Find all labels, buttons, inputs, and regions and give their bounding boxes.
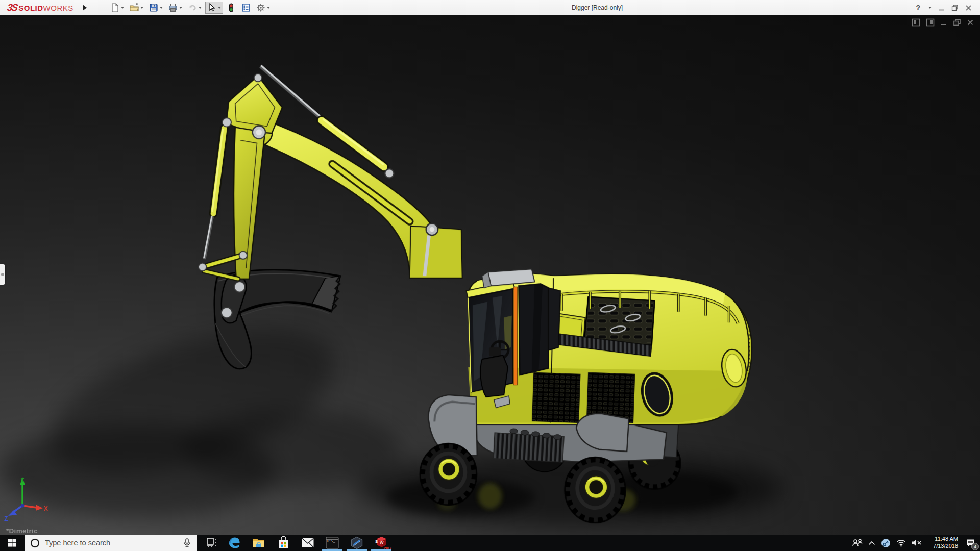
- task-view-icon: [206, 537, 217, 548]
- restore-button[interactable]: [951, 5, 959, 11]
- x-axis-arrow-icon: [36, 505, 43, 511]
- open-button[interactable]: [128, 2, 145, 14]
- solidworks-logo-works: WORKS: [43, 4, 74, 12]
- command-prompt-button[interactable]: C:\_: [320, 535, 345, 551]
- pin: [222, 307, 232, 318]
- taskbar: C:\_ S W 2017: [0, 535, 980, 551]
- boom-arm[interactable]: [199, 65, 462, 279]
- print-button[interactable]: [166, 2, 184, 14]
- file-properties-icon: [241, 3, 251, 12]
- search-input[interactable]: [45, 539, 183, 547]
- dropdown-arrow-icon: [179, 7, 182, 9]
- pane-right-icon[interactable]: [926, 18, 935, 27]
- solidworks-logo-solid: SOLID: [18, 4, 43, 12]
- dropdown-arrow-icon: [140, 7, 143, 9]
- composer-hexagon-button[interactable]: [345, 535, 369, 551]
- seat: [480, 355, 508, 397]
- new-document-icon: [110, 3, 119, 12]
- hidden-icons-chevron[interactable]: [868, 541, 875, 545]
- panel-knob-icon: [1, 273, 4, 276]
- x-axis-label: X: [44, 505, 48, 512]
- front-left-wheel[interactable]: [420, 443, 477, 505]
- dropdown-arrow-icon: [199, 7, 202, 9]
- tray-time: 11:48 AM: [927, 536, 958, 543]
- help-dropdown-arrow-icon[interactable]: [928, 7, 932, 9]
- taskbar-apps: C:\_ S W 2017: [202, 535, 394, 551]
- windows-logo-icon: [8, 539, 16, 547]
- taskbar-clock[interactable]: 11:48 AM 7/13/2018: [927, 536, 958, 550]
- sw-letter-w: W: [380, 540, 384, 545]
- minimize-button[interactable]: [938, 5, 945, 11]
- select-cursor-icon: [207, 3, 216, 12]
- save-floppy-icon: [149, 3, 158, 12]
- edge-icon: [228, 536, 241, 549]
- front-right-wheel[interactable]: [565, 457, 626, 522]
- select-button[interactable]: [205, 2, 223, 14]
- volume-muted-icon[interactable]: [912, 539, 922, 547]
- open-folder-icon: [130, 3, 139, 12]
- store-icon: [277, 536, 290, 549]
- help-button[interactable]: ?: [916, 4, 920, 12]
- y-axis-label: Y: [20, 477, 24, 484]
- file-explorer-button[interactable]: [247, 535, 271, 551]
- doc-restore-button[interactable]: [953, 19, 961, 26]
- composer-hexagon-icon: [350, 536, 363, 549]
- doc-minimize-button[interactable]: [940, 19, 947, 26]
- microphone-icon[interactable]: [183, 538, 191, 548]
- menu-flyout-button[interactable]: [79, 1, 91, 14]
- file-properties-button[interactable]: [239, 2, 253, 14]
- print-icon: [168, 3, 178, 12]
- edge-button[interactable]: [222, 535, 247, 551]
- excavator-body[interactable]: [466, 269, 752, 433]
- undo-button[interactable]: [186, 2, 204, 14]
- options-button[interactable]: [254, 2, 272, 14]
- mail-icon: [301, 537, 314, 548]
- cortana-icon: [30, 538, 40, 548]
- graphics-viewport[interactable]: Y X Z *Dimetric: [0, 15, 980, 535]
- tray-date: 7/13/2018: [927, 543, 958, 550]
- store-button[interactable]: [271, 535, 296, 551]
- window-controls: ?: [916, 0, 980, 15]
- document-window-controls: [912, 18, 974, 27]
- rebuild-button[interactable]: [225, 2, 238, 14]
- view-orientation-label: *Dimetric: [6, 527, 38, 535]
- dropdown-arrow-icon: [160, 7, 163, 9]
- key-security-tray-icon[interactable]: [881, 538, 891, 548]
- bucket-link-bracket[interactable]: [222, 275, 247, 323]
- mail-button[interactable]: [296, 535, 320, 551]
- dropdown-arrow-icon: [121, 7, 124, 9]
- close-button[interactable]: [965, 5, 972, 11]
- collapsed-panel-tab[interactable]: [0, 264, 5, 285]
- action-center-button[interactable]: 4: [964, 536, 977, 549]
- options-gear-icon: [256, 3, 265, 12]
- new-document-button[interactable]: [108, 2, 126, 14]
- flyout-arrow-icon: [83, 5, 87, 11]
- notification-badge: 4: [971, 543, 979, 550]
- main-toolbar: [108, 2, 274, 14]
- command-prompt-text: C:\_: [327, 539, 335, 543]
- pin: [234, 282, 245, 292]
- start-button[interactable]: [0, 535, 24, 551]
- wifi-icon[interactable]: [896, 539, 906, 547]
- z-axis-label: Z: [4, 515, 8, 521]
- solidworks-logo: 3S SOLIDWORKS: [7, 2, 74, 13]
- orientation-triad[interactable]: Y X Z: [3, 473, 52, 521]
- dropdown-arrow-icon: [218, 7, 221, 9]
- pane-left-icon[interactable]: [912, 18, 920, 27]
- taskbar-search[interactable]: [24, 535, 197, 551]
- document-title: Digger [Read-only]: [572, 0, 623, 15]
- rebuild-traffic-light-icon: [227, 3, 236, 12]
- sw-letter-s: S: [375, 539, 378, 544]
- solidworks-logo-mark: 3S: [6, 2, 17, 13]
- file-explorer-icon: [252, 536, 265, 549]
- dropdown-arrow-icon: [267, 7, 270, 9]
- doc-close-button[interactable]: [967, 19, 974, 26]
- undo-icon: [188, 3, 197, 12]
- people-icon[interactable]: [852, 539, 863, 547]
- save-button[interactable]: [147, 2, 165, 14]
- sw-year: 2017: [384, 546, 391, 550]
- excavator-model[interactable]: [0, 15, 980, 535]
- task-view-button[interactable]: [202, 535, 222, 551]
- titlebar: 3S SOLIDWORKS: [0, 0, 980, 15]
- solidworks-2017-button[interactable]: S W 2017: [369, 535, 394, 551]
